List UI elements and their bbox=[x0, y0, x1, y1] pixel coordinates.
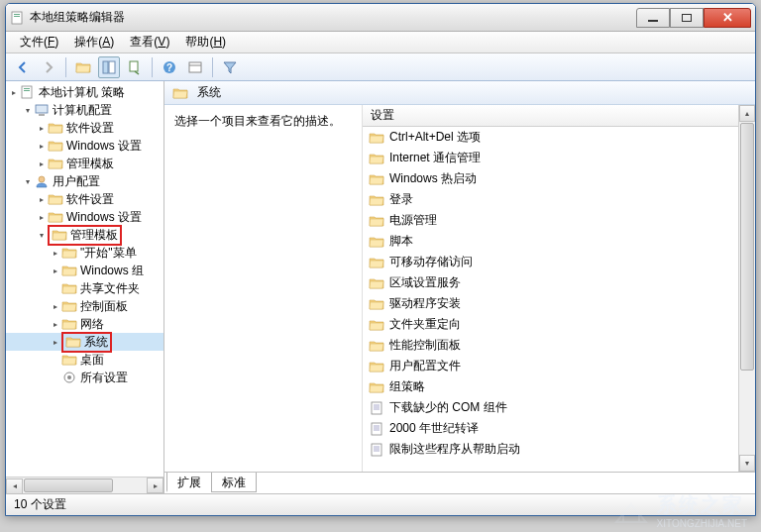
forward-button[interactable] bbox=[38, 56, 59, 78]
tree-label: 管理模板 bbox=[66, 156, 114, 172]
tree-hscrollbar[interactable]: ◂ ▸ bbox=[6, 477, 163, 493]
show-tree-button[interactable] bbox=[98, 56, 120, 78]
menu-view[interactable]: 查看(V) bbox=[122, 32, 177, 53]
menu-help[interactable]: 帮助(H) bbox=[177, 32, 234, 53]
tree-row[interactable]: 桌面 bbox=[6, 351, 163, 369]
list-item[interactable]: 驱动程序安装 bbox=[363, 293, 755, 314]
folder-icon bbox=[52, 228, 67, 242]
list-item-label: Windows 热启动 bbox=[389, 170, 477, 187]
tree-toggle-icon[interactable]: ▸ bbox=[50, 266, 60, 276]
scroll-left-button[interactable]: ◂ bbox=[6, 479, 23, 494]
folder-icon bbox=[369, 256, 384, 269]
tree-toggle-icon[interactable]: ▸ bbox=[36, 212, 47, 223]
tree-row[interactable]: 共享文件夹 bbox=[6, 279, 163, 297]
folder-icon bbox=[369, 380, 384, 394]
tree-toggle-icon[interactable]: ▸ bbox=[8, 87, 19, 98]
tree-toggle-icon[interactable]: ▸ bbox=[50, 301, 60, 312]
tree-label: "开始"菜单 bbox=[80, 245, 137, 262]
list-item[interactable]: Ctrl+Alt+Del 选项 bbox=[363, 127, 755, 148]
tree-toggle-icon[interactable]: ▾ bbox=[36, 230, 47, 241]
list-item[interactable]: Internet 通信管理 bbox=[363, 148, 755, 168]
maximize-button[interactable] bbox=[670, 8, 704, 28]
tree-row[interactable]: ▸Windows 设置 bbox=[6, 137, 163, 155]
list-item[interactable]: 脚本 bbox=[363, 231, 755, 252]
tree-toggle-icon[interactable]: ▸ bbox=[36, 159, 47, 169]
close-button[interactable]: ✕ bbox=[704, 8, 751, 28]
list-item[interactable]: 2000 年世纪转译 bbox=[363, 418, 755, 439]
list-vscrollbar[interactable]: ▴ ▾ bbox=[738, 105, 755, 472]
tab-standard[interactable]: 标准 bbox=[211, 473, 257, 492]
list-item[interactable]: 区域设置服务 bbox=[363, 272, 755, 293]
filter-button[interactable] bbox=[219, 56, 241, 78]
tree-label: 控制面板 bbox=[80, 298, 128, 315]
tree-row[interactable]: ▸系统 bbox=[6, 333, 163, 351]
tree-row[interactable]: ▾计算机配置 bbox=[6, 101, 163, 119]
list-item[interactable]: 限制这些程序从帮助启动 bbox=[363, 439, 755, 460]
back-button[interactable] bbox=[12, 56, 34, 78]
window: 本地组策略编辑器 ✕ 文件(F) 操作(A) 查看(V) 帮助(H) ? ▸本地… bbox=[5, 3, 756, 516]
properties-button[interactable] bbox=[184, 56, 206, 78]
statusbar: 10 个设置 bbox=[6, 493, 755, 515]
tree-toggle-icon[interactable] bbox=[50, 355, 60, 366]
tree-toggle-icon[interactable]: ▸ bbox=[36, 141, 47, 152]
tree-label: 桌面 bbox=[80, 352, 104, 369]
tree-toggle-icon[interactable] bbox=[50, 372, 60, 383]
tree-toggle-icon[interactable]: ▸ bbox=[36, 194, 47, 205]
list-item[interactable]: 电源管理 bbox=[363, 210, 755, 231]
content-area: ▸本地计算机 策略▾计算机配置▸软件设置▸Windows 设置▸管理模板▾用户配… bbox=[6, 81, 755, 493]
list-item-label: 下载缺少的 COM 组件 bbox=[389, 399, 507, 416]
scroll-right-button[interactable]: ▸ bbox=[147, 478, 163, 493]
tree-row[interactable]: ▾管理模板 bbox=[6, 226, 163, 244]
list-column-header[interactable]: 设置 bbox=[363, 105, 755, 127]
scroll-thumb[interactable] bbox=[24, 479, 113, 492]
tree-toggle-icon[interactable]: ▾ bbox=[22, 176, 33, 187]
list-item[interactable]: 用户配置文件 bbox=[363, 356, 755, 376]
tree-row[interactable]: ▸Windows 设置 bbox=[6, 208, 163, 226]
list-item[interactable]: 文件夹重定向 bbox=[363, 314, 755, 335]
tree-toggle-icon[interactable]: ▾ bbox=[22, 105, 33, 116]
tree-row[interactable]: ▸软件设置 bbox=[6, 119, 163, 137]
scroll-up-button[interactable]: ▴ bbox=[739, 105, 755, 122]
tree-row[interactable]: ▸管理模板 bbox=[6, 155, 163, 172]
tree[interactable]: ▸本地计算机 策略▾计算机配置▸软件设置▸Windows 设置▸管理模板▾用户配… bbox=[6, 81, 163, 388]
list-item[interactable]: 下载缺少的 COM 组件 bbox=[363, 397, 755, 418]
tree-row[interactable]: ▸网络 bbox=[6, 315, 163, 333]
tree-row[interactable]: ▾用户配置 bbox=[6, 172, 163, 190]
up-button[interactable] bbox=[72, 56, 94, 78]
scroll-thumb[interactable] bbox=[740, 123, 754, 371]
scroll-down-button[interactable]: ▾ bbox=[739, 455, 755, 472]
tree-label: 用户配置 bbox=[53, 173, 100, 190]
export-button[interactable] bbox=[124, 56, 146, 78]
list-items[interactable]: Ctrl+Alt+Del 选项Internet 通信管理Windows 热启动登… bbox=[363, 127, 755, 464]
tree-toggle-icon[interactable]: ▸ bbox=[50, 319, 60, 330]
tree-row[interactable]: ▸"开始"菜单 bbox=[6, 244, 163, 262]
app-icon bbox=[10, 10, 26, 26]
list-item[interactable]: 性能控制面板 bbox=[363, 335, 755, 356]
minimize-button[interactable] bbox=[636, 8, 670, 28]
tree-row[interactable]: ▸Windows 组 bbox=[6, 262, 163, 279]
tree-row[interactable]: 所有设置 bbox=[6, 369, 163, 386]
tab-extended[interactable]: 扩展 bbox=[166, 473, 212, 492]
tree-toggle-icon[interactable]: ▸ bbox=[36, 123, 47, 134]
folder-icon bbox=[48, 157, 63, 170]
description-text: 选择一个项目来查看它的描述。 bbox=[174, 113, 352, 130]
list-item[interactable]: 登录 bbox=[363, 189, 755, 210]
main-header: 系统 bbox=[164, 81, 755, 105]
folder-icon bbox=[61, 353, 77, 367]
titlebar[interactable]: 本地组策略编辑器 ✕ bbox=[6, 4, 755, 32]
tree-toggle-icon[interactable]: ▸ bbox=[50, 337, 60, 348]
help-button[interactable]: ? bbox=[159, 56, 180, 78]
list-item[interactable]: 可移动存储访问 bbox=[363, 252, 755, 272]
tree-toggle-icon[interactable]: ▸ bbox=[50, 248, 60, 259]
list-item[interactable]: Windows 热启动 bbox=[363, 168, 755, 189]
menu-file[interactable]: 文件(F) bbox=[12, 32, 66, 53]
tree-row[interactable]: ▸本地计算机 策略 bbox=[6, 83, 163, 101]
tree-row[interactable]: ▸软件设置 bbox=[6, 190, 163, 208]
tree-label: 计算机配置 bbox=[53, 102, 112, 119]
tree-toggle-icon[interactable] bbox=[50, 283, 60, 294]
folder-icon bbox=[61, 317, 77, 331]
tree-row[interactable]: ▸控制面板 bbox=[6, 297, 163, 315]
list-item[interactable]: 组策略 bbox=[363, 376, 755, 397]
menu-action[interactable]: 操作(A) bbox=[66, 32, 122, 53]
folder-icon bbox=[65, 335, 81, 349]
